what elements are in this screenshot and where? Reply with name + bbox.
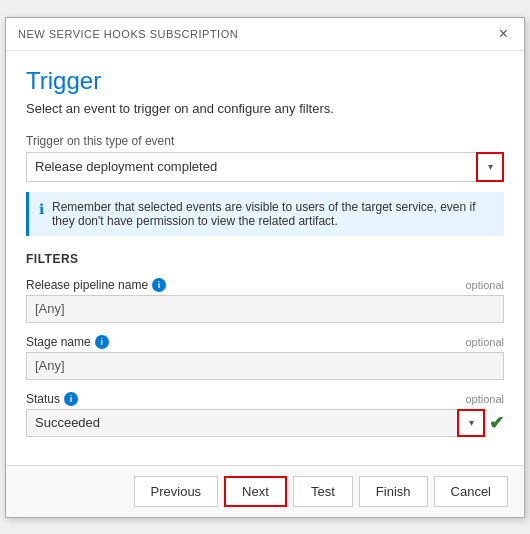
- filter-label-row-stage: Stage name i optional: [26, 335, 504, 349]
- dialog-title: NEW SERVICE HOOKS SUBSCRIPTION: [18, 28, 238, 40]
- filter-row-pipeline: Release pipeline name i optional: [26, 278, 504, 323]
- chevron-down-icon: ▾: [469, 417, 474, 428]
- status-optional-label: optional: [465, 393, 504, 405]
- filter-row-status: Status i optional Succeeded Failed In Pr…: [26, 392, 504, 437]
- status-check-icon: ✔: [489, 412, 504, 434]
- dialog-footer: Previous Next Test Finish Cancel: [6, 465, 524, 517]
- info-box: ℹ Remember that selected events are visi…: [26, 192, 504, 236]
- test-button[interactable]: Test: [293, 476, 353, 507]
- cancel-button[interactable]: Cancel: [434, 476, 508, 507]
- next-button[interactable]: Next: [224, 476, 287, 507]
- status-info-icon[interactable]: i: [64, 392, 78, 406]
- pipeline-filter-label: Release pipeline name i: [26, 278, 166, 292]
- pipeline-info-icon[interactable]: i: [152, 278, 166, 292]
- status-filter-label: Status i: [26, 392, 78, 406]
- status-dropdown-button[interactable]: ▾: [457, 409, 485, 437]
- filters-heading: FILTERS: [26, 252, 504, 266]
- stage-optional-label: optional: [465, 336, 504, 348]
- stage-info-icon[interactable]: i: [95, 335, 109, 349]
- close-button[interactable]: ×: [495, 26, 512, 42]
- info-icon: ℹ: [39, 201, 44, 228]
- filter-row-stage: Stage name i optional: [26, 335, 504, 380]
- dialog-header: NEW SERVICE HOOKS SUBSCRIPTION ×: [6, 18, 524, 51]
- info-text: Remember that selected events are visibl…: [52, 200, 494, 228]
- stage-filter-input[interactable]: [26, 352, 504, 380]
- previous-button[interactable]: Previous: [134, 476, 219, 507]
- page-title: Trigger: [26, 67, 504, 95]
- trigger-field-label: Trigger on this type of event: [26, 134, 504, 148]
- page-subtitle: Select an event to trigger on and config…: [26, 101, 504, 116]
- filter-label-row-status: Status i optional: [26, 392, 504, 406]
- trigger-select-wrapper: Release deployment completed ▾: [26, 152, 504, 182]
- finish-button[interactable]: Finish: [359, 476, 428, 507]
- status-select-wrapper: Succeeded Failed In Progress ▾: [26, 409, 485, 437]
- dialog: NEW SERVICE HOOKS SUBSCRIPTION × Trigger…: [5, 17, 525, 518]
- filter-label-row-pipeline: Release pipeline name i optional: [26, 278, 504, 292]
- pipeline-optional-label: optional: [465, 279, 504, 291]
- trigger-select[interactable]: Release deployment completed: [26, 152, 504, 182]
- status-select[interactable]: Succeeded Failed In Progress: [26, 409, 485, 437]
- pipeline-filter-input[interactable]: [26, 295, 504, 323]
- dialog-body: Trigger Select an event to trigger on an…: [6, 51, 524, 465]
- stage-filter-label: Stage name i: [26, 335, 109, 349]
